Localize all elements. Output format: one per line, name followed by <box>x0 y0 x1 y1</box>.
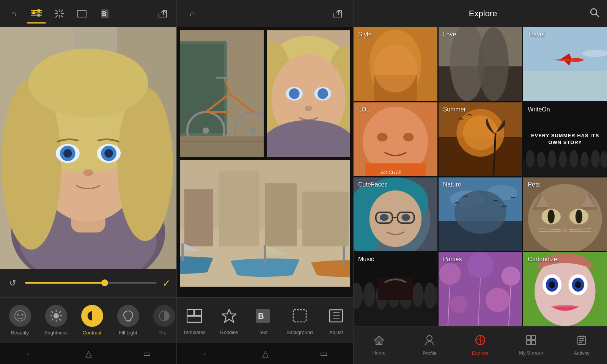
grid-cell-pets[interactable]: Pets <box>523 177 607 251</box>
svg-line-102 <box>596 14 599 17</box>
svg-point-39 <box>53 313 59 318</box>
shadow-tool[interactable]: Sh... <box>146 305 176 336</box>
grid-cell-love[interactable]: Love <box>439 27 522 101</box>
home-nav-icon <box>374 335 384 348</box>
svg-point-128 <box>537 152 546 167</box>
svg-point-180 <box>439 263 461 285</box>
grid-cell-parties[interactable]: Parties <box>439 252 522 326</box>
search-button[interactable] <box>590 8 599 20</box>
editor-photo-preview <box>0 27 176 269</box>
grid-cell-writeon[interactable]: WriteOn EVERY SUMMER HAS ITS OWN STORY <box>523 102 607 176</box>
nav-profile[interactable]: Profile <box>410 335 448 356</box>
grid-cell-lol[interactable]: SO CUTE LOL <box>354 102 437 176</box>
collage-recent-button[interactable]: ▭ <box>320 349 328 359</box>
adjust-button[interactable] <box>27 4 46 24</box>
adjust-label: Adjust <box>329 329 343 335</box>
svg-point-5 <box>37 14 40 17</box>
love-label: Love <box>443 31 456 38</box>
svg-marker-93 <box>222 309 236 322</box>
collage-cell-boats[interactable] <box>180 160 350 287</box>
svg-point-133 <box>591 150 600 168</box>
bold-button[interactable]: B <box>95 4 115 24</box>
svg-point-192 <box>549 281 555 288</box>
goodies-tool[interactable]: Goodies <box>219 305 240 335</box>
collage-top-row <box>180 30 350 157</box>
svg-point-38 <box>21 314 23 316</box>
nav-mystream[interactable]: My Stream <box>512 335 550 356</box>
svg-text:B: B <box>258 311 264 321</box>
back-button[interactable]: ← <box>26 349 34 359</box>
collage-cell-bike[interactable] <box>180 30 264 157</box>
text-label: Text <box>259 329 268 335</box>
cutefaces-label: CuteFaces <box>358 181 387 188</box>
svg-point-127 <box>526 150 535 168</box>
svg-point-169 <box>363 282 376 307</box>
svg-point-36 <box>15 311 25 321</box>
adjust-tool[interactable]: Adjust <box>326 305 347 335</box>
grid-cell-cutefaces[interactable]: CuteFaces <box>354 177 437 251</box>
beautify-tool[interactable]: Beautify <box>2 305 38 336</box>
confirm-button[interactable]: ✓ <box>162 278 171 289</box>
recent-button[interactable]: ▭ <box>143 349 151 359</box>
activity-nav-icon <box>577 335 586 348</box>
beautify-icon <box>9 305 31 327</box>
collage-cell-girl[interactable] <box>267 30 351 157</box>
background-tool[interactable]: Background <box>286 305 313 335</box>
collage-back-button[interactable]: ← <box>203 349 211 359</box>
grid-cell-cartoonizer[interactable]: Cartoonizer <box>523 252 607 326</box>
nav-home[interactable]: Home <box>360 335 398 356</box>
grid-cell-summer[interactable]: Summer <box>439 102 522 176</box>
nav-explore[interactable]: Explore <box>461 335 499 356</box>
svg-text:B: B <box>102 11 107 17</box>
svg-line-12 <box>61 10 63 12</box>
svg-point-27 <box>117 87 173 241</box>
svg-rect-204 <box>532 340 536 345</box>
svg-text:SO CUTE: SO CUTE <box>380 170 402 175</box>
brightness-tool[interactable]: Brightness <box>38 305 74 336</box>
collage-home-button[interactable]: ⌂ <box>182 4 202 24</box>
collage-home-nav-button[interactable]: △ <box>262 349 269 359</box>
svg-point-123 <box>463 115 498 150</box>
collage-share-button[interactable] <box>328 4 348 24</box>
svg-rect-65 <box>180 136 264 157</box>
svg-point-35 <box>83 169 93 176</box>
magic-button[interactable] <box>49 4 69 24</box>
svg-point-129 <box>548 150 556 168</box>
music-label: Music <box>358 256 374 263</box>
home-nav-button[interactable]: △ <box>85 349 92 359</box>
grid-cell-music[interactable]: Music <box>354 252 437 326</box>
frame-button[interactable] <box>72 4 92 24</box>
grid-cell-nature[interactable]: Nature <box>439 177 522 251</box>
svg-rect-82 <box>219 171 259 246</box>
adjustment-bar: ↺ ✓ <box>0 269 176 297</box>
svg-point-183 <box>450 296 467 313</box>
svg-point-58 <box>203 127 209 134</box>
svg-rect-88 <box>264 245 266 264</box>
adjust-icon <box>326 305 347 326</box>
brightness-icon <box>45 305 67 327</box>
svg-point-73 <box>289 88 299 99</box>
shadow-label: Sh... <box>159 330 169 336</box>
svg-line-46 <box>59 311 61 313</box>
grid-cell-travel[interactable]: Travel <box>523 27 607 101</box>
text-tool[interactable]: B Text <box>252 305 274 335</box>
adjustment-slider[interactable] <box>25 282 157 284</box>
nav-explore-label: Explore <box>472 350 489 356</box>
svg-rect-90 <box>187 309 194 315</box>
style-label: Style <box>358 31 372 38</box>
home-button[interactable]: ⌂ <box>4 4 24 24</box>
grid-cell-style[interactable]: Style <box>354 27 437 101</box>
svg-point-75 <box>317 88 328 99</box>
svg-point-152 <box>528 184 602 251</box>
profile-nav-icon <box>425 335 434 348</box>
undo-button[interactable]: ↺ <box>6 278 19 288</box>
filllight-tool[interactable]: Fill Light <box>110 305 146 336</box>
svg-rect-87 <box>181 243 184 261</box>
svg-point-31 <box>63 149 72 158</box>
svg-rect-84 <box>302 192 348 246</box>
templates-tool[interactable]: Templates <box>183 305 206 335</box>
share-button[interactable] <box>153 4 173 24</box>
contrast-label: Contrast <box>83 330 101 336</box>
contrast-tool[interactable]: Contrast <box>74 305 110 336</box>
nav-activity[interactable]: Activity <box>563 335 601 356</box>
